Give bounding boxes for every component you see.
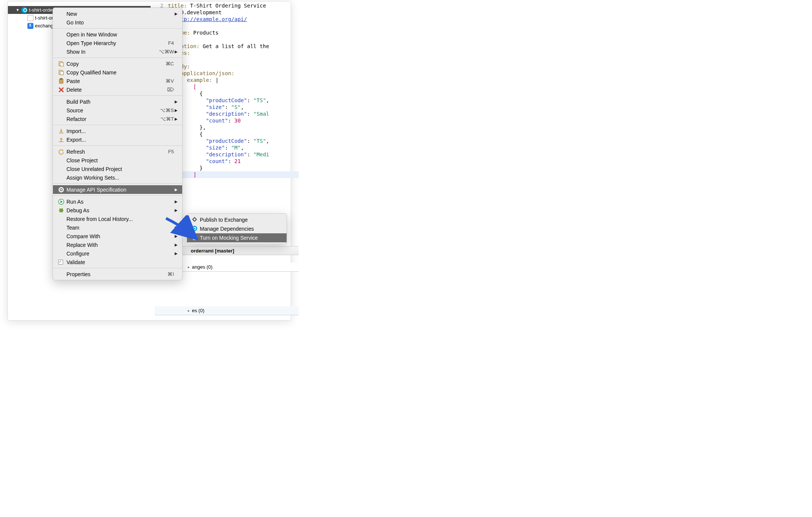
- menu-item-label: Open in New Window: [66, 32, 174, 38]
- blank-icon: [58, 242, 66, 248]
- import-icon: [58, 128, 66, 134]
- submenu-arrow-icon: ▶: [174, 100, 178, 104]
- power-icon: [192, 234, 200, 242]
- menu-item-label: Export...: [66, 137, 174, 143]
- blank-icon: [58, 271, 66, 277]
- menu-item-source[interactable]: Source⌥⌘S▶: [53, 106, 182, 115]
- blank-icon: [58, 259, 66, 265]
- paste-icon: [58, 78, 66, 84]
- copy-qualified-icon: [58, 70, 66, 76]
- menu-item-refactor[interactable]: Refactor⌥⌘T▶: [53, 115, 182, 123]
- menu-item-label: Close Project: [66, 157, 174, 163]
- raml-file-icon: [27, 15, 33, 21]
- menu-item-import[interactable]: Import...: [53, 127, 182, 135]
- manage-api-submenu[interactable]: Publish to ExchangeManage DependenciesTu…: [187, 213, 287, 244]
- menu-item-refresh[interactable]: RefreshF5: [53, 147, 182, 156]
- submenu-arrow-icon: ▶: [174, 12, 178, 16]
- menu-item-validate[interactable]: Validate: [53, 258, 182, 266]
- menu-item-run-as[interactable]: Run As▶: [53, 197, 182, 206]
- refresh-icon: [58, 149, 66, 155]
- git-staged-row[interactable]: es (0): [155, 306, 299, 315]
- blank-icon: [58, 157, 66, 163]
- tree-expand-icon[interactable]: ▼: [15, 8, 20, 12]
- menu-item-open-type-hierarchy[interactable]: Open Type HierarchyF4: [53, 39, 182, 47]
- line-content: "description": "Smal: [168, 110, 269, 117]
- blank-icon: [58, 99, 66, 105]
- menu-item-delete[interactable]: Delete⌦: [53, 85, 182, 94]
- menu-item-close-unrelated-project[interactable]: Close Unrelated Project: [53, 165, 182, 173]
- svg-rect-3: [60, 71, 63, 75]
- export-icon: [58, 137, 66, 143]
- menu-item-label: Open Type Hierarchy: [66, 40, 168, 46]
- blank-icon: [58, 166, 66, 172]
- menu-item-label: Refresh: [66, 149, 168, 155]
- svg-rect-5: [60, 78, 62, 80]
- menu-item-configure[interactable]: Configure▶: [53, 249, 182, 258]
- menu-item-open-in-new-window[interactable]: Open in New Window: [53, 30, 182, 39]
- svg-rect-7: [59, 141, 63, 142]
- blank-icon: [58, 11, 66, 17]
- submenu-item-turn-on-mocking-service[interactable]: Turn on Mocking Service: [187, 233, 287, 242]
- menu-item-label: Team: [66, 225, 174, 231]
- menu-item-team[interactable]: Team▶: [53, 223, 182, 232]
- exchange-file-icon: [27, 23, 33, 29]
- menu-item-label: Delete: [66, 87, 167, 93]
- menu-item-close-project[interactable]: Close Project: [53, 156, 182, 165]
- submenu-item-publish-to-exchange[interactable]: Publish to Exchange: [187, 215, 287, 224]
- menu-item-assign-working-sets[interactable]: Assign Working Sets...: [53, 173, 182, 182]
- blank-icon: [58, 107, 66, 113]
- debug-icon: [58, 207, 66, 213]
- blank-icon: [58, 40, 66, 46]
- menu-item-label: Build Path: [66, 99, 174, 105]
- line-content: title: T-Shirt Ordering Service: [168, 2, 266, 9]
- menu-item-copy-qualified-name[interactable]: Copy Qualified Name: [53, 68, 182, 77]
- menu-item-label: Compare With: [66, 233, 174, 239]
- menu-item-go-into[interactable]: Go Into: [53, 18, 182, 27]
- blank-icon: [58, 49, 66, 55]
- tree-project-label: t-shirt-orde: [29, 7, 53, 13]
- menu-item-show-in[interactable]: Show In⌥⌘W▶: [53, 47, 182, 56]
- menu-item-compare-with[interactable]: Compare With▶: [53, 232, 182, 240]
- menu-item-label: Replace With: [66, 242, 174, 248]
- git-unstaged-label: anges (0): [192, 264, 213, 270]
- menu-item-restore-from-local-history[interactable]: Restore from Local History...: [53, 215, 182, 223]
- menu-separator: [53, 95, 182, 96]
- menu-item-label: Go Into: [66, 20, 174, 26]
- submenu-arrow-icon: ▶: [174, 50, 178, 54]
- copy-icon: [58, 61, 66, 67]
- menu-item-shortcut: F4: [168, 40, 174, 46]
- submenu-item-manage-dependencies[interactable]: Manage Dependencies: [187, 224, 287, 233]
- menu-item-shortcut: ⌥⌘T: [160, 116, 174, 122]
- menu-item-copy[interactable]: Copy⌘C: [53, 59, 182, 68]
- api-project-icon: [21, 7, 27, 13]
- menu-item-label: Refactor: [66, 116, 160, 122]
- blank-icon: [58, 32, 66, 38]
- menu-separator: [53, 268, 182, 268]
- submenu-arrow-icon: ▶: [174, 117, 178, 121]
- blank-icon: [58, 216, 66, 222]
- menu-separator: [53, 145, 182, 146]
- blank-icon: [58, 225, 66, 231]
- context-menu[interactable]: New▶Go IntoOpen in New WindowOpen Type H…: [53, 8, 183, 280]
- submenu-item-label: Publish to Exchange: [200, 217, 248, 223]
- menu-item-properties[interactable]: Properties⌘I: [53, 270, 182, 278]
- menu-item-label: Copy Qualified Name: [66, 70, 174, 76]
- svg-point-8: [59, 187, 64, 192]
- menu-item-build-path[interactable]: Build Path▶: [53, 97, 182, 106]
- menu-item-paste[interactable]: Paste⌘V: [53, 77, 182, 85]
- menu-item-debug-as[interactable]: Debug As▶: [53, 206, 182, 215]
- menu-item-label: Copy: [66, 61, 166, 67]
- menu-item-export[interactable]: Export...: [53, 135, 182, 144]
- menu-item-manage-api-specification[interactable]: Manage API Specification▶: [53, 185, 182, 194]
- delete-icon: [58, 87, 66, 93]
- submenu-arrow-icon: ▶: [174, 225, 178, 230]
- menu-item-new[interactable]: New▶: [53, 9, 182, 18]
- blank-icon: [58, 20, 66, 26]
- submenu-arrow-icon: ▶: [174, 234, 178, 238]
- menu-item-label: Source: [66, 107, 160, 113]
- menu-item-replace-with[interactable]: Replace With▶: [53, 240, 182, 249]
- blank-icon: [58, 233, 66, 239]
- menu-item-label: Properties: [66, 271, 168, 277]
- menu-item-shortcut: ⌘I: [168, 271, 174, 277]
- api-icon: [58, 187, 66, 193]
